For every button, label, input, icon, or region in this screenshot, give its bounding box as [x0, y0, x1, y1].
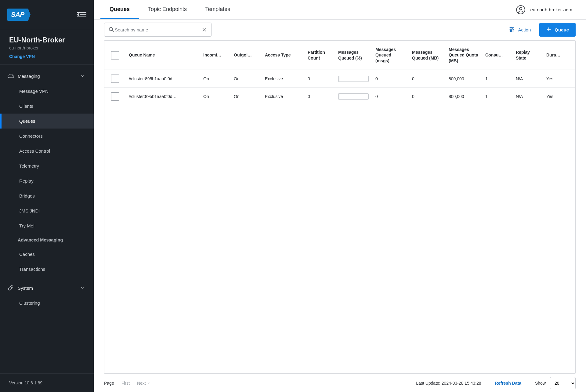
sidebar-item-label: Access Control: [19, 148, 50, 154]
header-queued-msgs[interactable]: Messages Queued (msgs): [372, 47, 409, 64]
queue-btn-label: Queue: [555, 27, 569, 32]
sidebar-item-jms-jndi[interactable]: JMS JNDI: [0, 203, 94, 218]
header-replay-state[interactable]: Replay State: [513, 49, 543, 60]
cell-outgoing: On: [231, 94, 262, 99]
section-system[interactable]: System: [0, 280, 94, 296]
table-header: Queue Name Incomi… Outgoi… Access Type P…: [104, 41, 575, 70]
sidebar-item-queues[interactable]: Queues: [0, 114, 94, 129]
collapse-sidebar-icon[interactable]: [77, 12, 86, 17]
svg-point-1: [519, 7, 522, 10]
sidebar-item-access-control[interactable]: Access Control: [0, 143, 94, 158]
cell-durable: Yes: [543, 76, 568, 81]
sidebar: SAP EU-North-Broker eu-north-broker Chan…: [0, 0, 94, 392]
tabs: Queues Topic Endpoints Templates: [94, 0, 239, 19]
action-label: Action: [518, 27, 531, 32]
sidebar-item-caches[interactable]: Caches: [0, 247, 94, 262]
pagination-next[interactable]: Next: [137, 381, 151, 386]
cell-queued-msgs: 0: [372, 94, 409, 99]
header-outgoing[interactable]: Outgoi…: [231, 52, 262, 58]
header-durable[interactable]: Dura…: [543, 52, 568, 58]
header-queued-mb[interactable]: Messages Queued (MB): [409, 49, 446, 60]
sidebar-nav: Messaging Message VPN Clients Queues Con…: [0, 65, 94, 373]
section-system-label: System: [18, 285, 33, 291]
svg-point-7: [510, 27, 512, 28]
user-icon: [516, 5, 525, 14]
action-button[interactable]: Action: [504, 23, 535, 37]
sidebar-item-label: Transactions: [19, 267, 45, 272]
version-label: Version 10.6.1.89: [0, 373, 94, 392]
cell-durable: Yes: [543, 94, 568, 99]
cell-queued-mb: 0: [409, 76, 446, 81]
search-box[interactable]: [104, 23, 212, 37]
cell-name: #cluster:895b1aaa0f0d…: [126, 94, 200, 99]
page-label: Page: [104, 381, 114, 386]
sidebar-item-message-vpn[interactable]: Message VPN: [0, 84, 94, 99]
cell-consumers: 1: [482, 76, 513, 81]
broker-subtitle: eu-north-broker: [9, 45, 85, 50]
sidebar-item-bridges[interactable]: Bridges: [0, 188, 94, 203]
sidebar-item-clients[interactable]: Clients: [0, 99, 94, 114]
clear-icon[interactable]: [201, 26, 208, 33]
user-label: eu-north-broker-adm…: [530, 7, 577, 12]
sidebar-item-telemetry[interactable]: Telemetry: [0, 158, 94, 173]
cell-consumers: 1: [482, 94, 513, 99]
cell-access-type: Exclusive: [262, 76, 305, 81]
cell-partition-count: 0: [305, 76, 335, 81]
plus-icon: [546, 27, 552, 33]
sidebar-item-clustering[interactable]: Clustering: [0, 296, 94, 310]
sidebar-item-label: Replay: [19, 178, 34, 183]
progress-bar: [338, 93, 369, 100]
tab-topic-endpoints[interactable]: Topic Endpoints: [139, 0, 196, 19]
broker-info: EU-North-Broker eu-north-broker Change V…: [0, 29, 94, 65]
sidebar-item-label: Clustering: [19, 300, 40, 306]
sidebar-item-label: Queues: [19, 118, 35, 124]
row-checkbox[interactable]: [111, 74, 119, 83]
cell-queued-pct: [335, 76, 372, 82]
header-queue-name[interactable]: Queue Name: [126, 52, 200, 58]
chevron-down-icon: [80, 286, 85, 290]
cell-incoming: On: [200, 94, 231, 99]
settings-icon: [508, 26, 515, 34]
header-incoming[interactable]: Incomi…: [200, 52, 231, 58]
header-quota-mb[interactable]: Messages Queued Quota (MB): [446, 47, 482, 64]
refresh-data-link[interactable]: Refresh Data: [495, 381, 521, 386]
header-queued-pct[interactable]: Messages Queued (%): [335, 49, 372, 60]
svg-point-2: [109, 27, 113, 31]
sidebar-header: SAP: [0, 0, 94, 29]
queues-table: Queue Name Incomi… Outgoi… Access Type P…: [104, 40, 576, 374]
sidebar-item-label: Try Me!: [19, 223, 34, 228]
select-all-checkbox[interactable]: [111, 51, 119, 60]
search-input[interactable]: [115, 27, 201, 32]
user-menu[interactable]: eu-north-broker-adm…: [507, 0, 586, 19]
logo[interactable]: SAP: [7, 9, 28, 21]
tab-queues[interactable]: Queues: [100, 0, 139, 19]
create-queue-button[interactable]: Queue: [539, 23, 576, 37]
change-vpn-link[interactable]: Change VPN: [9, 54, 85, 59]
logo-text: SAP: [7, 9, 28, 21]
section-messaging[interactable]: Messaging: [0, 68, 94, 84]
cell-queued-mb: 0: [409, 94, 446, 99]
table-row[interactable]: #cluster:895b1aaa0f0d… On On Exclusive 0…: [104, 88, 575, 105]
chevron-right-icon: [147, 381, 151, 386]
sidebar-item-transactions[interactable]: Transactions: [0, 262, 94, 277]
sidebar-item-try-me[interactable]: Try Me!: [0, 218, 94, 233]
sidebar-item-replay[interactable]: Replay: [0, 173, 94, 188]
svg-line-3: [112, 31, 114, 32]
sidebar-item-label: Bridges: [19, 193, 35, 198]
header-consumers[interactable]: Consu…: [482, 52, 513, 58]
table-body: #cluster:895b1aaa0f0d… On On Exclusive 0…: [104, 70, 575, 373]
tab-templates[interactable]: Templates: [196, 0, 239, 19]
tab-label: Templates: [205, 6, 230, 13]
sidebar-item-label: Connectors: [19, 133, 43, 139]
show-select[interactable]: 20: [550, 377, 576, 389]
sidebar-item-connectors[interactable]: Connectors: [0, 129, 94, 143]
header-partition-count[interactable]: Partition Count: [305, 49, 335, 60]
header-access-type[interactable]: Access Type: [262, 52, 305, 58]
sidebar-item-label: Message VPN: [19, 89, 49, 94]
row-checkbox[interactable]: [111, 92, 119, 101]
pagination-first[interactable]: First: [121, 381, 130, 386]
tab-label: Topic Endpoints: [148, 6, 187, 13]
table-row[interactable]: #cluster:895b1aaa0f0d… On On Exclusive 0…: [104, 70, 575, 88]
cell-queued-pct: [335, 93, 372, 100]
cell-name: #cluster:895b1aaa0f0d…: [126, 76, 200, 81]
